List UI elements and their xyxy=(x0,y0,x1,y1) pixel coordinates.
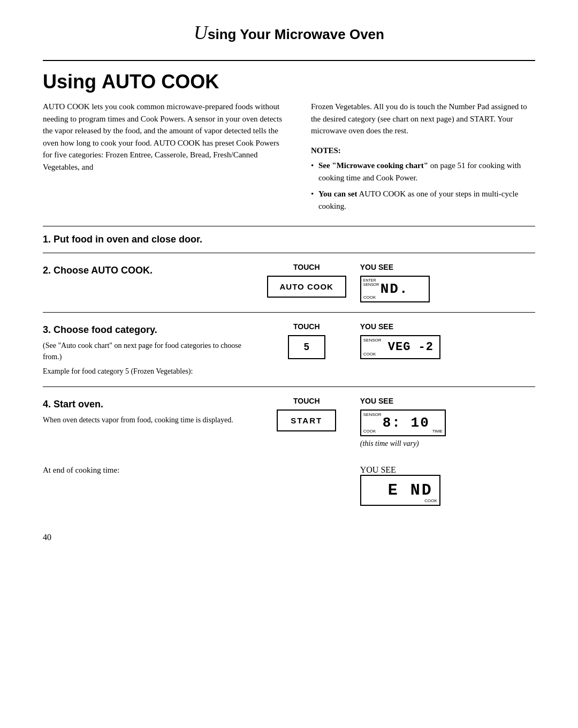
step-4-touch: TOUCH START xyxy=(253,397,360,431)
intro-right: Frozen Vegetables. All you do is touch t… xyxy=(311,101,535,216)
step-4-subtext: When oven detects vapor from food, cooki… xyxy=(43,414,253,426)
note-1: See "Microwave cooking chart" on page 51… xyxy=(311,160,535,184)
step-2-yousee: YOU SEE ENTERSENSOR COOK ND. xyxy=(360,263,535,302)
section-title: Using AUTO COOK xyxy=(43,71,535,93)
step-3-number: 3. xyxy=(43,324,51,335)
step-3-left: 3. Choose food category. (See "Auto cook… xyxy=(43,322,253,377)
note-2: You can set AUTO COOK as one of your ste… xyxy=(311,188,535,212)
note-2-bold: You can set xyxy=(318,189,358,198)
start-button[interactable]: START xyxy=(277,410,336,431)
step-3-yousee-label: YOU SEE xyxy=(360,322,535,331)
step-2-touch: TOUCH AUTO COOK xyxy=(253,263,360,298)
this-time-vary: (this time will vary) xyxy=(360,439,535,448)
end-cook-label: COOK xyxy=(424,498,437,503)
step-4-heading: 4. Start oven. xyxy=(43,397,253,412)
number-5-button[interactable]: 5 xyxy=(288,335,325,359)
step-3-row: 3. Choose food category. (See "Auto cook… xyxy=(43,312,535,386)
step-2-row: 2. Choose AUTO COOK. TOUCH AUTO COOK YOU… xyxy=(43,253,535,312)
step-4-touch-label: TOUCH xyxy=(253,397,360,405)
step-3-subtext2: Example for food category 5 (Frozen Vege… xyxy=(43,366,253,377)
step-2-touch-label: TOUCH xyxy=(253,263,360,271)
end-at-label: At end of cooking time: xyxy=(43,466,119,474)
step-3-touch-label: TOUCH xyxy=(253,322,360,331)
step-3-yousee: YOU SEE SENSOR COOK VEG -2 xyxy=(360,322,535,359)
end-display: COOK E ND xyxy=(360,475,440,506)
top-divider xyxy=(43,60,535,61)
intro-left-text: AUTO COOK lets you cook common microwave… xyxy=(43,101,290,173)
step-2-number: 2. xyxy=(43,265,51,276)
section-title-prefix: Using xyxy=(43,71,102,93)
end-yousee-label: YOU SEE xyxy=(360,465,535,475)
cook-label: COOK xyxy=(363,295,376,300)
step-2-heading-text: Choose AUTO COOK. xyxy=(54,265,153,276)
step-3-heading-text: Choose food category. xyxy=(54,324,157,335)
page-number: 40 xyxy=(43,533,535,542)
cook-label-4: COOK xyxy=(363,429,376,434)
step-3-display: SENSOR COOK VEG -2 xyxy=(360,335,440,359)
step-2-heading: 2. Choose AUTO COOK. xyxy=(43,263,253,278)
step-4-number: 4. xyxy=(43,399,51,410)
intro-section: AUTO COOK lets you cook common microwave… xyxy=(43,101,535,216)
step-3-display-text: VEG -2 xyxy=(388,340,434,354)
header-cursive: U xyxy=(194,22,208,43)
end-row: At end of cooking time: YOU SEE COOK E N… xyxy=(43,458,535,511)
notes-list: See "Microwave cooking chart" on page 51… xyxy=(311,160,535,212)
step-3-subtext1: (See "Auto cook chart" on next page for … xyxy=(43,340,253,362)
step-4-yousee-label: YOU SEE xyxy=(360,397,535,405)
time-label-4: TIME xyxy=(432,429,443,434)
step-3-touch: TOUCH 5 xyxy=(253,322,360,359)
step-4-yousee: YOU SEE SENSOR COOK TIME 8: 10 (this tim… xyxy=(360,397,535,448)
page-header: Using Your Microwave Oven xyxy=(43,21,535,44)
step-2-left: 2. Choose AUTO COOK. xyxy=(43,263,253,280)
step-1-text: Put food in oven and close door. xyxy=(54,234,202,245)
sensor-label-3: SENSOR xyxy=(363,338,382,343)
step-1-heading: 1. Put food in oven and close door. xyxy=(43,234,202,245)
step-4-display: SENSOR COOK TIME 8: 10 xyxy=(360,410,446,436)
step-1-row: 1. Put food in oven and close door. xyxy=(43,226,535,253)
step-2-display: ENTERSENSOR COOK ND. xyxy=(360,276,430,302)
end-left: At end of cooking time: xyxy=(43,465,253,475)
step-3-heading: 3. Choose food category. xyxy=(43,322,253,338)
sensor-label-4: SENSOR xyxy=(363,412,382,417)
enter-sensor-label: ENTERSENSOR xyxy=(363,278,379,286)
step-2-yousee-label: YOU SEE xyxy=(360,263,535,271)
end-yousee: YOU SEE COOK E ND xyxy=(360,465,535,506)
step-1-number: 1. xyxy=(43,234,51,245)
section-title-bold: AUTO COOK xyxy=(102,71,219,93)
step-4-display-text: 8: 10 xyxy=(383,415,430,431)
intro-left: AUTO COOK lets you cook common microwave… xyxy=(43,101,290,216)
cook-label-3: COOK xyxy=(363,352,376,357)
step-4-row: 4. Start oven. When oven detects vapor f… xyxy=(43,386,535,458)
header-rest: sing Your Microwave Oven xyxy=(208,26,384,42)
auto-cook-button[interactable]: AUTO COOK xyxy=(267,276,346,298)
end-display-text: E ND xyxy=(388,481,433,499)
intro-right-text: Frozen Vegetables. All you do is touch t… xyxy=(311,101,535,137)
step-2-display-text: ND. xyxy=(381,281,409,297)
note-1-see: See "Microwave cooking chart" xyxy=(318,161,428,170)
step-4-heading-text: Start oven. xyxy=(54,399,103,410)
notes-title: NOTES: xyxy=(311,145,535,157)
step-4-left: 4. Start oven. When oven detects vapor f… xyxy=(43,397,253,426)
